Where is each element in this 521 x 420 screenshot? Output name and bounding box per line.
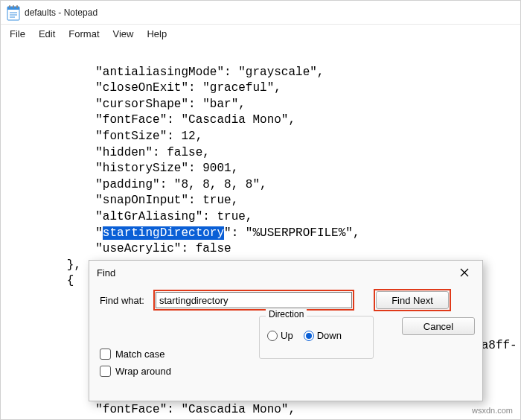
svg-rect-2 — [9, 5, 10, 8]
code-line: "snapOnInput": true, — [10, 194, 238, 207]
match-case-row[interactable]: Match case — [100, 349, 171, 360]
code-line: "fontFace": "Cascadia Mono", — [10, 403, 295, 416]
code-line: "historySize": 9001, — [10, 162, 238, 175]
menu-edit[interactable]: Edit — [39, 28, 55, 39]
notepad-icon — [7, 4, 20, 21]
menu-help[interactable]: Help — [147, 28, 167, 39]
wrap-around-checkbox[interactable] — [100, 366, 111, 377]
code-line: "cursorShape": "bar", — [10, 98, 246, 111]
code-line: "hidden": false, — [10, 146, 210, 159]
find-next-button[interactable]: Find Next — [376, 291, 449, 309]
menu-file[interactable]: File — [10, 28, 25, 39]
radio-up-label: Up — [281, 330, 293, 341]
code-line: "useAcrylic": false — [10, 242, 231, 255]
radio-down-wrap[interactable]: Down — [304, 330, 342, 341]
menu-view[interactable]: View — [113, 28, 134, 39]
code-line: "fontSize": 12, — [10, 130, 202, 143]
radio-down[interactable] — [304, 331, 314, 341]
close-icon[interactable] — [454, 264, 475, 281]
search-highlight: startingDirectory — [103, 226, 224, 240]
wrap-around-row[interactable]: Wrap around — [100, 366, 171, 377]
menu-format[interactable]: Format — [68, 28, 99, 39]
code-line-suffix: ": "%USERPROFILE%", — [224, 226, 359, 240]
menubar: File Edit Format View Help — [1, 25, 520, 42]
find-input-highlight — [153, 290, 354, 311]
watermark: wsxdn.com — [472, 406, 513, 415]
svg-rect-4 — [16, 5, 18, 8]
match-case-label: Match case — [115, 349, 164, 360]
find-dialog-body: Find what: Find Next Cancel Direction Up — [89, 284, 482, 401]
code-line: { — [10, 274, 74, 287]
find-dialog-titlebar[interactable]: Find — [89, 261, 482, 284]
wrap-around-label: Wrap around — [115, 366, 171, 377]
cancel-button[interactable]: Cancel — [402, 317, 475, 335]
find-dialog: Find Find what: Find Next Cancel Directi… — [89, 260, 483, 401]
find-what-label: Find what: — [100, 295, 147, 306]
code-line: }, — [10, 258, 81, 272]
code-line: "altGrAliasing": true, — [10, 210, 252, 223]
code-line: "padding": "8, 8, 8, 8", — [10, 178, 267, 191]
window-titlebar: defaults - Notepad — [1, 1, 520, 25]
find-dialog-title: Find — [97, 267, 115, 279]
window-title: defaults - Notepad — [25, 7, 98, 18]
radio-down-label: Down — [317, 330, 342, 341]
code-line: "antialiasingMode": "grayscale", — [10, 66, 324, 79]
code-line-prefix: " — [10, 226, 103, 240]
direction-group: Direction Up Down — [259, 316, 374, 359]
radio-up-wrap[interactable]: Up — [267, 330, 293, 341]
find-what-input[interactable] — [156, 292, 352, 308]
radio-up[interactable] — [267, 331, 278, 341]
find-next-highlight: Find Next — [374, 289, 451, 311]
code-line: "fontFace": "Cascadia Mono", — [10, 113, 295, 127]
direction-label: Direction — [266, 309, 307, 319]
match-case-checkbox[interactable] — [100, 349, 111, 360]
code-line: "closeOnExit": "graceful", — [10, 81, 281, 95]
svg-rect-3 — [13, 5, 14, 8]
